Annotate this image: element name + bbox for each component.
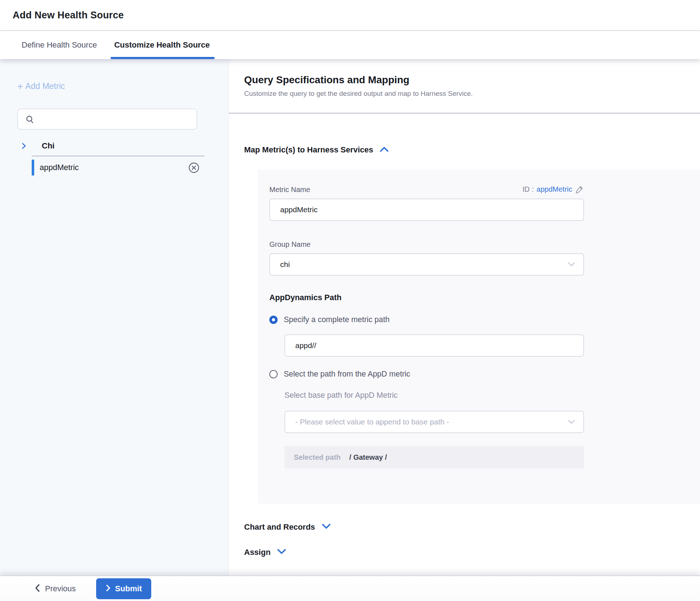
- map-metrics-section-toggle[interactable]: Map Metric(s) to Harness Services: [229, 145, 700, 155]
- metric-id-value[interactable]: appdMetric: [537, 185, 572, 193]
- panel-subtitle: Customize the query to get the desired o…: [244, 90, 700, 98]
- metrics-sidebar: + Add Metric Chi: [0, 59, 229, 575]
- tab-define-health-source[interactable]: Define Health Source: [22, 31, 97, 59]
- chevron-down-icon: [567, 419, 575, 424]
- search-icon: [25, 115, 35, 124]
- previous-button[interactable]: Previous: [34, 584, 76, 594]
- dialog-header: Add New Health Source: [0, 0, 700, 31]
- appdynamics-path-heading: AppDynamics Path: [269, 293, 700, 302]
- panel-divider: [229, 113, 700, 113]
- edit-id-icon[interactable]: [575, 185, 584, 194]
- chevron-right-icon[interactable]: [20, 142, 27, 150]
- add-metric-button[interactable]: + Add Metric: [17, 81, 228, 91]
- selected-path-display: Selected path / Gateway /: [284, 446, 584, 468]
- metric-name-input[interactable]: [269, 199, 584, 221]
- chevron-down-icon[interactable]: [322, 523, 331, 531]
- chart-and-records-section-toggle[interactable]: Chart and Records: [229, 522, 700, 532]
- radio-unselected-icon[interactable]: [269, 370, 278, 378]
- group-name-select[interactable]: chi: [269, 253, 584, 276]
- selected-path-value: / Gateway /: [349, 453, 387, 462]
- page-title: Add New Health Source: [13, 10, 124, 21]
- metric-mapping-card: Metric Name ID : appdMetric: [258, 170, 700, 504]
- tab-customize-health-source[interactable]: Customize Health Source: [114, 31, 210, 59]
- add-health-source-dialog: Add New Health Source Define Health Sour…: [0, 0, 700, 601]
- metric-search-input[interactable]: [17, 108, 197, 130]
- assign-section-toggle[interactable]: Assign: [229, 548, 700, 557]
- remove-metric-icon[interactable]: [188, 162, 199, 173]
- metric-id-prefix: ID :: [522, 185, 534, 193]
- query-specifications-panel: Query Specifications and Mapping Customi…: [229, 59, 700, 575]
- panel-title: Query Specifications and Mapping: [244, 74, 700, 86]
- chevron-right-icon: [106, 584, 111, 593]
- radio-selected-icon[interactable]: [269, 316, 278, 324]
- selected-path-label: Selected path: [294, 453, 341, 462]
- chevron-up-icon[interactable]: [380, 146, 389, 154]
- metric-tree: Chi appdMetric: [17, 141, 228, 179]
- group-name-label: Group Name: [269, 240, 311, 249]
- radio-complete-metric-path[interactable]: Specify a complete metric path: [269, 315, 700, 324]
- dialog-footer: Previous Submit: [0, 575, 700, 601]
- chevron-left-icon: [34, 584, 41, 594]
- chevron-down-icon[interactable]: [277, 548, 286, 557]
- complete-metric-path-input[interactable]: [284, 334, 584, 357]
- selected-indicator: [32, 160, 34, 175]
- tab-bar: Define Health Source Customize Health So…: [0, 31, 700, 59]
- submit-button[interactable]: Submit: [96, 578, 152, 599]
- radio-select-path-from-appd[interactable]: Select the path from the AppD metric: [269, 370, 700, 379]
- metric-group-chi[interactable]: Chi: [17, 141, 228, 151]
- plus-icon: +: [17, 83, 23, 90]
- chevron-down-icon: [567, 262, 575, 267]
- base-path-select[interactable]: - Please select value to append to base …: [284, 411, 584, 433]
- base-path-label: Select base path for AppD Metric: [284, 391, 700, 400]
- metric-item-appdmetric[interactable]: appdMetric: [32, 156, 205, 179]
- metric-name-label: Metric Name: [269, 186, 310, 194]
